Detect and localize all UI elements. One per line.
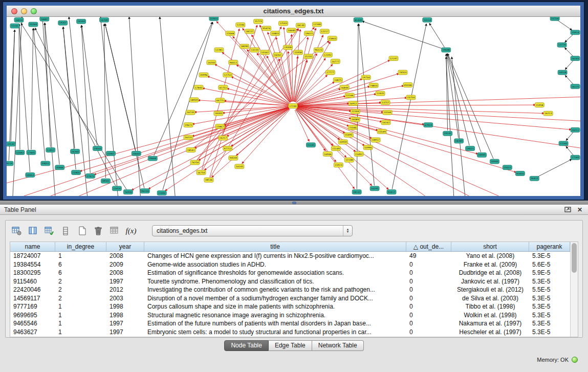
table-cell[interactable]: Jankovic et al. (1997)	[451, 278, 529, 285]
column-header-title[interactable]: title	[144, 242, 406, 251]
graph-node[interactable]: 20996	[199, 73, 208, 77]
graph-node[interactable]: 10154	[423, 17, 432, 22]
zoom-window-button[interactable]	[31, 8, 37, 14]
graph-node[interactable]: 11092	[157, 191, 166, 195]
table-cell[interactable]: 1997	[106, 278, 144, 285]
graph-node[interactable]: 10996	[363, 145, 373, 150]
graph-node[interactable]: 72046	[348, 125, 357, 130]
graph-node[interactable]: 76254	[190, 160, 200, 165]
table-cell[interactable]: 2	[55, 295, 106, 302]
graph-node[interactable]: 12160	[559, 141, 568, 146]
graph-node[interactable]: 16125	[571, 84, 580, 89]
tab-network-table[interactable]: Network Table	[312, 340, 364, 351]
table-cell[interactable]: 1	[55, 312, 106, 319]
table-cell[interactable]: Tourette syndrome. Phenomenology and cla…	[144, 278, 406, 285]
graph-node[interactable]: 15867	[215, 124, 225, 129]
split-pane-divider[interactable]	[0, 201, 588, 205]
table-row[interactable]: 969969511998Structural magnetic resonanc…	[10, 311, 570, 320]
graph-node[interactable]: 59053	[26, 173, 35, 178]
graph-node[interactable]: 10212	[571, 128, 580, 133]
graph-node[interactable]: 12166	[345, 93, 354, 98]
graph-node[interactable]: 18130	[296, 23, 305, 28]
graph-node[interactable]: 15235	[303, 54, 313, 59]
graph-node[interactable]: 16145	[235, 164, 244, 169]
graph-node[interactable]: 76930	[123, 190, 133, 194]
table-cell[interactable]: 2	[55, 286, 106, 293]
graph-node[interactable]: 16544	[77, 19, 86, 24]
graph-node[interactable]: 20264	[29, 22, 38, 27]
close-panel-icon[interactable]: ✕	[576, 206, 584, 213]
graph-node[interactable]: 17471	[86, 173, 95, 178]
table-cell[interactable]: 1	[55, 320, 106, 327]
table-cell[interactable]: 0	[406, 312, 451, 319]
graph-node[interactable]: 16217	[219, 136, 228, 140]
graph-node[interactable]: 18090	[240, 44, 249, 49]
table-row[interactable]: 1830029562008Estimation of significance …	[10, 269, 570, 277]
table-cell[interactable]: 5.3E-5	[529, 295, 570, 302]
graph-node[interactable]: 74803	[369, 83, 378, 88]
graph-node[interactable]: 18541	[186, 148, 195, 152]
graph-node[interactable]: 16162	[381, 120, 390, 125]
graph-node[interactable]: 15022	[503, 165, 512, 170]
graph-node[interactable]: 11457	[46, 148, 55, 152]
graph-node[interactable]: 96104	[140, 189, 149, 193]
graph-node[interactable]: 16754	[197, 170, 206, 175]
graph-node[interactable]: 31923	[209, 17, 219, 20]
graph-node[interactable]: 74503	[398, 70, 407, 75]
graph-node[interactable]: 15724	[550, 17, 559, 20]
create-column-icon[interactable]	[42, 225, 56, 237]
function-builder-icon[interactable]: f(x)	[124, 225, 138, 237]
graph-node[interactable]: 13220	[250, 48, 259, 52]
table-cell[interactable]: 5.3E-5	[529, 278, 570, 285]
column-header-out-de[interactable]: △ out_de...	[406, 242, 451, 251]
graph-node[interactable]: 15331	[10, 24, 19, 28]
table-cell[interactable]: Stergiakouli et al. (2012)	[451, 286, 529, 293]
new-file-icon[interactable]	[75, 225, 89, 237]
graph-node[interactable]: 96123	[314, 48, 323, 52]
graph-node[interactable]: 15958	[535, 103, 544, 107]
table-cell[interactable]: Corpus callosum shape and size in male p…	[144, 303, 406, 310]
table-cell[interactable]: 1998	[106, 303, 144, 310]
table-cell[interactable]: 1	[55, 303, 106, 310]
table-cell[interactable]: 5.6E-5	[529, 261, 570, 268]
graph-node[interactable]: 59051	[41, 161, 50, 166]
show-columns-icon[interactable]	[26, 225, 39, 237]
close-window-button[interactable]	[11, 8, 17, 14]
graph-node[interactable]: 15914	[571, 30, 580, 35]
graph-node[interactable]: 18132	[352, 190, 361, 194]
graph-node[interactable]: 20666	[55, 165, 64, 170]
graph-node[interactable]: 10162	[260, 50, 270, 55]
graph-node[interactable]: 18957	[371, 138, 380, 142]
column-header-year[interactable]: year	[106, 242, 144, 251]
graph-node[interactable]: 18959	[189, 98, 199, 102]
graph-node[interactable]: 14518	[558, 70, 567, 75]
table-cell[interactable]: de Silva et al. (2003)	[451, 295, 529, 302]
graph-node[interactable]: 10532	[7, 142, 15, 146]
graph-node[interactable]: 15549	[377, 129, 386, 134]
table-row[interactable]: 977716911998Corpus callosum shape and si…	[10, 302, 570, 311]
table-cell[interactable]: 9699695	[10, 312, 55, 319]
graph-node[interactable]: 12246	[236, 23, 245, 27]
graph-node[interactable]: 19648	[442, 48, 451, 52]
table-cell[interactable]: 9463627	[10, 329, 55, 336]
table-cell[interactable]: 0	[406, 286, 451, 293]
float-panel-icon[interactable]	[563, 206, 572, 213]
table-row[interactable]: 911546021997Tourette syndrome. Phenomeno…	[10, 277, 570, 286]
table-row[interactable]: 2242004622012Investigating the contribut…	[10, 286, 570, 294]
graph-node[interactable]: 10943	[490, 159, 499, 164]
table-cell[interactable]: 19384554	[10, 261, 55, 268]
graph-node[interactable]: 17240	[289, 104, 298, 108]
column-header-name[interactable]: name	[10, 242, 55, 251]
graph-node[interactable]: 16687	[40, 17, 49, 21]
graph-node[interactable]: 19664	[148, 156, 157, 161]
graph-node[interactable]: 19307	[58, 20, 68, 25]
minimize-window-button[interactable]	[21, 8, 27, 14]
table-cell[interactable]: Tibbo et al. (1998)	[451, 303, 529, 310]
graph-node[interactable]: 11548	[312, 22, 321, 27]
table-row[interactable]: 946362711997Embryonic stem cells: a mode…	[10, 328, 570, 337]
table-cell[interactable]: 1	[55, 329, 106, 336]
column-header-in-degree[interactable]: in_degree	[55, 242, 106, 251]
graph-node[interactable]: 15923	[334, 163, 343, 167]
table-cell[interactable]: Estimation of significance thresholds fo…	[144, 269, 406, 276]
graph-node[interactable]: 10803	[271, 31, 280, 36]
